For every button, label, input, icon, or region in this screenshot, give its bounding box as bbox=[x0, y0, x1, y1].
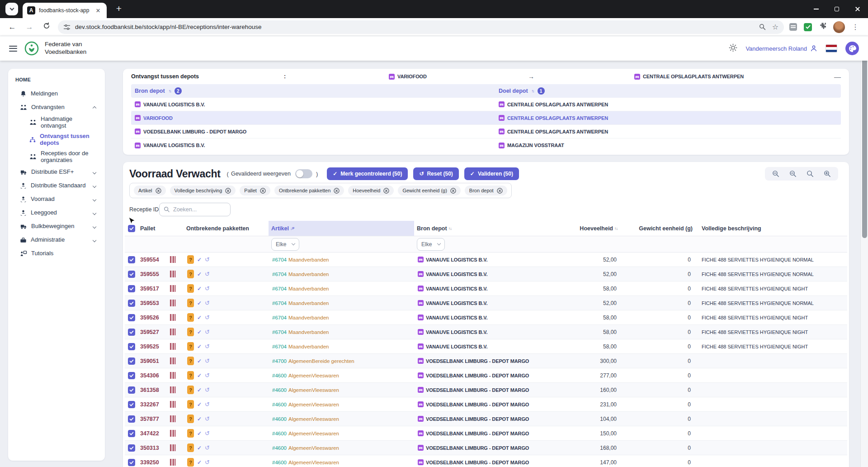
sidebar-item-bulkbewegingen[interactable]: Bulkbewegingen bbox=[14, 222, 99, 232]
reset-row-icon[interactable]: ↺ bbox=[205, 444, 210, 451]
filter-chip[interactable]: Pallet bbox=[240, 186, 270, 195]
forward-button[interactable]: → bbox=[23, 23, 36, 32]
barcode-icon[interactable] bbox=[170, 401, 176, 408]
browser-menu-icon[interactable]: ⋮ bbox=[852, 23, 859, 31]
filter-chip[interactable]: Hoeveelheid bbox=[348, 186, 394, 195]
column-header-missing-packages[interactable]: Ontbrekende pakketten bbox=[183, 225, 269, 232]
mark-checked-icon[interactable]: ✓ bbox=[197, 372, 202, 379]
reset-row-icon[interactable]: ↺ bbox=[205, 459, 210, 466]
reset-row-icon[interactable]: ↺ bbox=[205, 271, 210, 277]
article-cell[interactable]: #4600AlgemeenVleeswaren bbox=[269, 402, 414, 407]
missing-packages-badge[interactable]: ? bbox=[187, 342, 194, 351]
collapse-panel-button[interactable]: — bbox=[829, 73, 841, 81]
pallet-number[interactable]: 359525 bbox=[140, 343, 164, 350]
mark-checked-icon[interactable]: ✓ bbox=[197, 300, 202, 306]
missing-packages-badge[interactable]: ? bbox=[187, 299, 194, 307]
reset-row-icon[interactable]: ↺ bbox=[205, 430, 210, 437]
mark-checked-icon[interactable]: ✓ bbox=[197, 358, 202, 364]
depot-row[interactable]: VANAUVE LOGISTICS B.V. MAGAZIJN VOSSTRAA… bbox=[131, 138, 841, 152]
barcode-icon[interactable] bbox=[170, 430, 176, 437]
reset-button[interactable]: ↺ Reset (50) bbox=[413, 167, 458, 180]
article-cell[interactable]: #4600AlgemeenVleeswaren bbox=[269, 431, 414, 436]
pallet-number[interactable]: 359526 bbox=[140, 315, 164, 321]
sidebar-item-tutorials[interactable]: Tutorials bbox=[14, 249, 99, 259]
column-header-hoeveelheid[interactable]: Hoeveelheid ↑↓ bbox=[562, 225, 618, 232]
new-tab-button[interactable]: + bbox=[112, 2, 126, 16]
reset-row-icon[interactable]: ↺ bbox=[205, 329, 210, 335]
artikel-filter-select[interactable]: Elke bbox=[271, 238, 299, 251]
depot-row-selected[interactable]: VARIOFOOD CENTRALE OPSLAGPLAATS ANTWERPE… bbox=[131, 111, 841, 125]
zoom-out-icon[interactable] bbox=[772, 170, 779, 177]
reset-row-icon[interactable]: ↺ bbox=[205, 415, 210, 422]
mark-checked-icon[interactable]: ✓ bbox=[197, 286, 202, 292]
row-checkbox[interactable] bbox=[128, 329, 135, 336]
remove-chip-icon[interactable] bbox=[260, 188, 266, 194]
site-info-icon[interactable] bbox=[63, 24, 71, 31]
mark-checked-icon[interactable]: ✓ bbox=[197, 416, 202, 422]
minimize-button[interactable] bbox=[806, 0, 826, 18]
reload-button[interactable] bbox=[40, 22, 53, 32]
row-checkbox[interactable] bbox=[128, 386, 135, 394]
depot-row[interactable]: VANAUVE LOGISTICS B.V. CENTRALE OPSLAGPL… bbox=[131, 98, 841, 111]
article-cell[interactable]: #6704Maandverbanden bbox=[269, 315, 414, 320]
barcode-icon[interactable] bbox=[170, 314, 176, 321]
sidebar-item-meldingen[interactable]: Meldingen bbox=[14, 89, 99, 99]
zoom-out-icon[interactable] bbox=[789, 170, 797, 177]
barcode-icon[interactable] bbox=[170, 372, 176, 379]
tab-close-icon[interactable]: ✕ bbox=[94, 7, 102, 14]
filter-chip[interactable]: Gewicht eenheid (g) bbox=[398, 186, 460, 195]
mark-checked-icon[interactable]: ✓ bbox=[197, 315, 202, 321]
column-header-artikel[interactable]: Artikel ↓ F bbox=[269, 221, 414, 236]
row-checkbox[interactable] bbox=[128, 314, 135, 321]
row-checkbox[interactable] bbox=[128, 271, 135, 278]
pallet-number[interactable]: 359553 bbox=[140, 300, 164, 306]
mark-checked-icon[interactable]: ✓ bbox=[197, 387, 202, 393]
column-header-doel-depot[interactable]: Doel depot ↑↓ 1 bbox=[495, 87, 841, 95]
pallet-number[interactable]: 359051 bbox=[140, 358, 164, 364]
validated-toggle[interactable] bbox=[295, 169, 312, 178]
mark-checked-icon[interactable]: ✓ bbox=[197, 329, 202, 335]
depot-row[interactable]: VOEDSELBANK LIMBURG - DEPOT MARGO CENTRA… bbox=[131, 125, 841, 138]
pallet-number[interactable]: 339250 bbox=[140, 459, 164, 466]
sidebar-item-ontvangst-tussen-depots[interactable]: Ontvangst tussen depots bbox=[14, 133, 99, 147]
article-cell[interactable]: #4600AlgemeenVleeswaren bbox=[269, 416, 414, 422]
article-cell[interactable]: #6704Maandverbanden bbox=[269, 272, 414, 277]
missing-packages-badge[interactable]: ? bbox=[187, 429, 194, 438]
sidebar-item-ontvangsten[interactable]: Ontvangsten bbox=[14, 102, 99, 112]
sort-icon[interactable]: ↑↓ bbox=[448, 226, 452, 231]
missing-packages-badge[interactable]: ? bbox=[187, 284, 194, 293]
row-checkbox[interactable] bbox=[128, 256, 135, 263]
reset-row-icon[interactable]: ↺ bbox=[205, 285, 210, 292]
missing-packages-badge[interactable]: ? bbox=[187, 386, 194, 394]
browser-profile-avatar[interactable] bbox=[833, 21, 845, 33]
barcode-icon[interactable] bbox=[170, 271, 176, 277]
filter-chip[interactable]: Bron depot bbox=[465, 186, 507, 195]
row-checkbox[interactable] bbox=[128, 430, 135, 437]
hamburger-menu-icon[interactable] bbox=[9, 46, 17, 52]
barcode-icon[interactable] bbox=[170, 256, 176, 263]
pallet-number[interactable]: 354306 bbox=[140, 372, 164, 379]
barcode-icon[interactable] bbox=[170, 459, 176, 466]
zoom-search-icon[interactable] bbox=[759, 24, 766, 30]
article-cell[interactable]: #4600AlgemeenVleeswaren bbox=[269, 460, 414, 465]
article-cell[interactable]: #6704Maandverbanden bbox=[269, 300, 414, 306]
article-cell[interactable]: #6704Maandverbanden bbox=[269, 257, 414, 262]
reset-row-icon[interactable]: ↺ bbox=[205, 343, 210, 350]
row-checkbox[interactable] bbox=[128, 285, 135, 292]
sidebar-item-distributie-standaard[interactable]: Distributie Standaard bbox=[14, 181, 99, 191]
browser-tab[interactable]: A foodbanks-stock-app ✕ bbox=[23, 3, 107, 18]
mark-checked-icon[interactable]: ✓ bbox=[197, 257, 202, 263]
article-cell[interactable]: #6704Maandverbanden bbox=[269, 329, 414, 335]
remove-chip-icon[interactable] bbox=[450, 188, 456, 194]
reset-row-icon[interactable]: ↺ bbox=[205, 401, 210, 408]
pallet-number[interactable]: 350313 bbox=[140, 445, 164, 451]
omnibox[interactable]: dev.stock.foodbanksit.be/stock/app/nl-BE… bbox=[58, 20, 784, 34]
remove-chip-icon[interactable] bbox=[334, 188, 340, 194]
page-scrollbar[interactable] bbox=[860, 36, 868, 467]
filter-chip[interactable]: Volledige beschrijving bbox=[170, 186, 236, 195]
theme-palette-avatar[interactable] bbox=[845, 42, 859, 55]
bron-depot-filter-select[interactable]: Elke bbox=[417, 238, 445, 251]
search-icon[interactable] bbox=[807, 170, 814, 177]
missing-packages-badge[interactable]: ? bbox=[187, 400, 194, 409]
pallet-number[interactable]: 359527 bbox=[140, 329, 164, 335]
